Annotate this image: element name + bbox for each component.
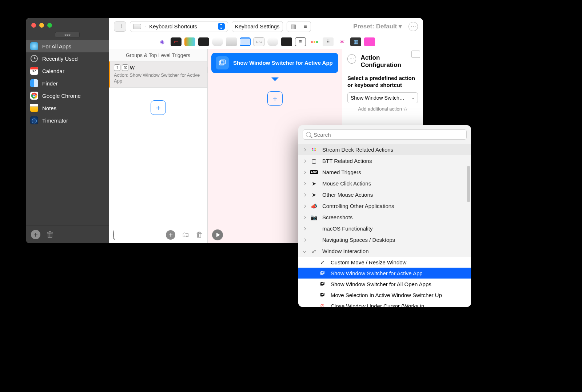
sidebar-item-chrome[interactable]: Google Chrome bbox=[26, 89, 109, 102]
sidebar-item-label: Timemator bbox=[42, 117, 68, 124]
collapse-sidebar-button[interactable]: <<< bbox=[55, 32, 80, 38]
sidebar-item-timemator[interactable]: Timemator bbox=[26, 114, 109, 127]
device-trackpad-icon[interactable] bbox=[226, 37, 237, 46]
device-streamdeck-grid-icon[interactable] bbox=[198, 37, 209, 46]
expand-icon: ⤢ bbox=[310, 248, 318, 255]
action-card[interactable]: Show Window Switcher for Active App bbox=[211, 53, 338, 73]
sidebar-item-label: For All Apps bbox=[42, 43, 71, 49]
add-additional-action[interactable]: Add additional action ✩ bbox=[347, 106, 418, 112]
sidebar-item-notes[interactable]: Notes bbox=[26, 102, 109, 114]
settings-label: Keyboard Settings bbox=[235, 23, 280, 29]
device-star-icon[interactable]: ✶ bbox=[336, 37, 347, 46]
view-mode-toggle[interactable]: ▥ ≡ bbox=[287, 21, 311, 32]
action-select-dropdown[interactable]: Show Window Switch… ⌄ bbox=[347, 92, 418, 103]
column-view-icon[interactable]: ▥ bbox=[287, 21, 300, 32]
megaphone-icon: 📣 bbox=[310, 203, 318, 209]
window-switcher-icon bbox=[216, 56, 229, 69]
search-field[interactable] bbox=[303, 129, 467, 140]
action-move-selection-up[interactable]: Move Selection In Active Window Switcher… bbox=[298, 289, 471, 300]
category-stream-deck[interactable]: Stream Deck Related Actions bbox=[298, 144, 471, 155]
category-named-triggers[interactable]: ABCNamed Triggers bbox=[298, 167, 471, 178]
finder-icon bbox=[30, 79, 38, 87]
streamdeck-icon bbox=[310, 148, 318, 151]
category-mouse-click[interactable]: ➤Mouse Click Actions bbox=[298, 178, 471, 189]
back-button[interactable]: 〈 bbox=[114, 21, 126, 32]
section-label: Keyboard Shortcuts bbox=[149, 23, 197, 29]
device-dots-icon[interactable] bbox=[309, 37, 320, 46]
device-keyboard-icon[interactable] bbox=[240, 37, 251, 46]
abc-icon: ABC bbox=[310, 170, 318, 174]
device-mouse-icon[interactable] bbox=[212, 37, 223, 46]
chevron-down-icon: ⌄ bbox=[411, 95, 415, 100]
action-window-switcher-all[interactable]: Show Window Switcher for All Open Apps bbox=[298, 279, 471, 289]
category-other-mouse[interactable]: ➤Other Mouse Actions bbox=[298, 189, 471, 200]
run-action-button[interactable] bbox=[212, 229, 223, 240]
category-controlling-apps[interactable]: 📣Controlling Other Applications bbox=[298, 200, 471, 212]
svg-rect-6 bbox=[321, 271, 324, 274]
timemator-icon bbox=[30, 116, 38, 124]
sidebar-item-all-apps[interactable]: For All Apps bbox=[26, 40, 109, 52]
device-key-icon[interactable]: G G bbox=[254, 37, 264, 46]
category-btt[interactable]: ▢BTT Related Actions bbox=[298, 155, 471, 167]
device-grid-icon[interactable]: ▦ bbox=[350, 37, 361, 46]
close-window-button[interactable] bbox=[31, 23, 36, 28]
search-input[interactable] bbox=[314, 132, 463, 138]
new-folder-icon[interactable]: 🗂 bbox=[182, 231, 189, 239]
device-magic-mouse-icon[interactable] bbox=[267, 37, 278, 46]
sidebar-item-finder[interactable]: Finder bbox=[26, 77, 109, 89]
gear-icon[interactable]: ⋯ bbox=[347, 54, 356, 64]
search-icon bbox=[306, 132, 311, 137]
list-view-icon[interactable]: ≡ bbox=[300, 21, 311, 32]
device-menubar-icon[interactable]: ☰ bbox=[295, 37, 306, 46]
device-pink-icon[interactable] bbox=[364, 37, 375, 46]
more-menu-button[interactable]: ⋯ bbox=[408, 22, 418, 31]
minimize-window-button[interactable] bbox=[39, 23, 44, 28]
trigger-shortcut: ⇧ ⌘ W bbox=[114, 64, 204, 71]
trigger-row[interactable]: ⇧ ⌘ W Action: Show Window Switcher for A… bbox=[109, 61, 207, 88]
sidebar-item-label: Google Chrome bbox=[42, 93, 81, 99]
popout-icon[interactable] bbox=[412, 51, 420, 58]
toolbar: 〈 · Keyboard Shortcuts Keyboard Settings… bbox=[109, 18, 423, 35]
device-selector-row: ◉ ▭ G G ☰ ⠿ ✶ ▦ bbox=[109, 35, 423, 49]
section-dropdown[interactable]: · Keyboard Shortcuts bbox=[130, 21, 228, 32]
category-spaces[interactable]: Navigating Spaces / Desktops bbox=[298, 234, 471, 245]
svg-rect-8 bbox=[321, 282, 324, 285]
category-macos[interactable]: macOS Functionality bbox=[298, 223, 471, 234]
cursor-icon: ➤ bbox=[310, 192, 318, 198]
add-trigger-button[interactable]: ＋ bbox=[151, 100, 166, 115]
calendar-icon bbox=[30, 67, 38, 75]
search-icon[interactable] bbox=[113, 231, 114, 239]
configuration-help: Select a predefined action or keyboard s… bbox=[347, 75, 418, 89]
svg-rect-4 bbox=[220, 60, 225, 64]
sidebar: <<< For All Apps Recently Used Calendar … bbox=[26, 18, 109, 243]
action-close-window-cursor[interactable]: ⊘ Close Window Under Cursor (Works in bbox=[298, 300, 471, 307]
action-window-switcher-active[interactable]: Show Window Switcher for Active App bbox=[298, 268, 471, 279]
window-controls bbox=[26, 18, 109, 28]
preset-dropdown[interactable]: Preset: Default ▾ bbox=[353, 23, 402, 30]
add-button[interactable]: ＋ bbox=[166, 230, 175, 240]
device-remote-icon[interactable] bbox=[281, 37, 292, 46]
groups-footer: ＋ 🗂 🗑 bbox=[109, 226, 207, 243]
svg-point-2 bbox=[33, 95, 35, 97]
shift-key-icon: ⇧ bbox=[114, 64, 120, 71]
action-custom-move-resize[interactable]: ⤢Custom Move / Resize Window bbox=[298, 257, 471, 268]
category-window-interaction[interactable]: ⤢Window Interaction bbox=[298, 245, 471, 257]
add-app-button[interactable]: ＋ bbox=[31, 230, 40, 239]
device-streamdeck-colors-icon[interactable] bbox=[184, 37, 195, 46]
zoom-window-button[interactable] bbox=[47, 23, 52, 28]
delete-icon[interactable]: 🗑 bbox=[196, 231, 203, 239]
svg-rect-3 bbox=[219, 61, 224, 65]
category-screenshots[interactable]: 📷Screenshots bbox=[298, 212, 471, 223]
device-midi-icon[interactable]: ⠿ bbox=[323, 37, 334, 46]
sidebar-item-calendar[interactable]: Calendar bbox=[26, 65, 109, 77]
device-touchbar-icon[interactable]: ▭ bbox=[171, 37, 182, 46]
action-title: Show Window Switcher for Active App bbox=[233, 60, 333, 66]
delete-app-button[interactable]: 🗑 bbox=[46, 230, 54, 239]
close-icon: ⊘ bbox=[319, 303, 326, 307]
scrollbar[interactable] bbox=[467, 166, 470, 202]
svg-rect-5 bbox=[320, 272, 323, 275]
settings-button[interactable]: Keyboard Settings bbox=[232, 21, 283, 32]
device-proximity-icon[interactable]: ◉ bbox=[157, 37, 168, 46]
add-action-button[interactable]: ＋ bbox=[267, 91, 283, 106]
sidebar-item-recently-used[interactable]: Recently Used bbox=[26, 52, 109, 65]
